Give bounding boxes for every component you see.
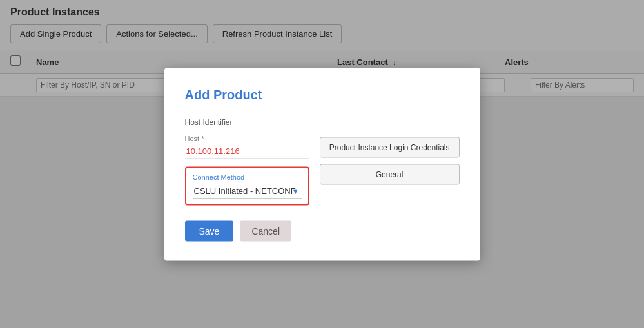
- modal-left-section: Host Identifier Host * 10.100.11.216 Con…: [185, 117, 309, 205]
- general-button[interactable]: General: [320, 164, 460, 184]
- host-identifier-label: Host Identifier: [185, 117, 309, 126]
- host-value: 10.100.11.216: [185, 143, 309, 159]
- connect-method-select[interactable]: CSLU Initiated - NETCONF CSLU Initiated …: [193, 183, 302, 198]
- host-field-label: Host *: [185, 134, 309, 142]
- cancel-button[interactable]: Cancel: [240, 220, 291, 241]
- connect-method-select-wrapper: CSLU Initiated - NETCONF CSLU Initiated …: [193, 183, 302, 198]
- modal-body: Host Identifier Host * 10.100.11.216 Con…: [185, 117, 460, 205]
- host-identifier-field: Host Identifier: [185, 117, 309, 126]
- product-instance-login-credentials-button[interactable]: Product Instance Login Credentials: [320, 137, 460, 157]
- save-button[interactable]: Save: [185, 220, 234, 241]
- connect-method-label: Connect Method: [193, 173, 302, 180]
- host-field: Host * 10.100.11.216: [185, 134, 309, 159]
- modal-title: Add Product: [185, 87, 460, 102]
- connect-method-container: Connect Method CSLU Initiated - NETCONF …: [185, 166, 309, 205]
- modal-right-section: Product Instance Login Credentials Gener…: [320, 117, 460, 205]
- modal-footer: Save Cancel: [185, 220, 460, 241]
- add-product-modal: Add Product Host Identifier Host * 10.10…: [164, 68, 480, 260]
